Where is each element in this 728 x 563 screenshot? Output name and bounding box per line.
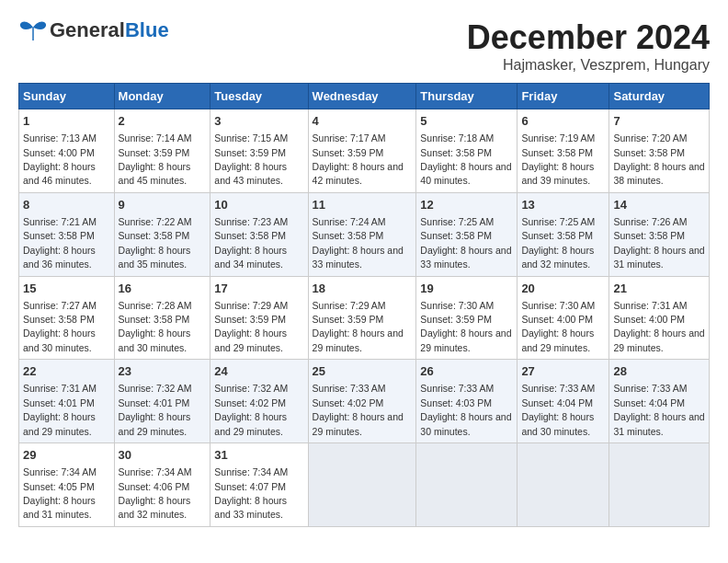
day-info: Sunrise: 7:30 AMSunset: 4:00 PMDaylight:…	[521, 300, 595, 353]
day-number: 1	[23, 113, 110, 130]
day-number: 13	[521, 197, 605, 213]
table-row: 26 Sunrise: 7:33 AMSunset: 4:03 PMDaylig…	[416, 360, 518, 443]
day-number: 29	[23, 447, 110, 464]
table-row: 7 Sunrise: 7:20 AMSunset: 3:58 PMDayligh…	[609, 109, 710, 193]
table-row: 13 Sunrise: 7:25 AMSunset: 3:58 PMDaylig…	[518, 192, 609, 276]
table-row: 14 Sunrise: 7:26 AMSunset: 3:58 PMDaylig…	[609, 192, 710, 276]
day-info: Sunrise: 7:34 AMSunset: 4:06 PMDaylight:…	[119, 466, 192, 520]
table-row	[518, 443, 609, 527]
table-row: 15 Sunrise: 7:27 AMSunset: 3:58 PMDaylig…	[19, 276, 115, 360]
table-row: 5 Sunrise: 7:18 AMSunset: 3:58 PMDayligh…	[416, 109, 518, 193]
table-row: 31 Sunrise: 7:34 AMSunset: 4:07 PMDaylig…	[210, 443, 308, 527]
day-info: Sunrise: 7:22 AMSunset: 3:58 PMDaylight:…	[119, 216, 192, 270]
day-info: Sunrise: 7:33 AMSunset: 4:04 PMDaylight:…	[613, 383, 704, 436]
calendar-header-row: Sunday Monday Tuesday Wednesday Thursday…	[19, 84, 710, 109]
day-number: 24	[214, 363, 303, 380]
day-info: Sunrise: 7:25 AMSunset: 3:58 PMDaylight:…	[521, 216, 595, 270]
day-number: 16	[119, 281, 207, 297]
table-row: 2 Sunrise: 7:14 AMSunset: 3:59 PMDayligh…	[114, 109, 210, 193]
day-info: Sunrise: 7:29 AMSunset: 3:59 PMDaylight:…	[214, 300, 288, 353]
logo-bird-icon	[18, 20, 48, 40]
day-info: Sunrise: 7:23 AMSunset: 3:58 PMDaylight:…	[214, 216, 288, 270]
table-row: 9 Sunrise: 7:22 AMSunset: 3:58 PMDayligh…	[114, 192, 210, 276]
header-sunday: Sunday	[19, 84, 115, 109]
day-info: Sunrise: 7:30 AMSunset: 3:59 PMDaylight:…	[420, 300, 511, 353]
day-info: Sunrise: 7:25 AMSunset: 3:58 PMDaylight:…	[420, 216, 511, 270]
title-section: December 2024 Hajmasker, Veszprem, Hunga…	[467, 18, 710, 74]
table-row: 22 Sunrise: 7:31 AMSunset: 4:01 PMDaylig…	[19, 360, 115, 443]
day-number: 8	[23, 197, 110, 213]
table-row: 25 Sunrise: 7:33 AMSunset: 4:02 PMDaylig…	[308, 360, 416, 443]
table-row: 19 Sunrise: 7:30 AMSunset: 3:59 PMDaylig…	[416, 276, 518, 360]
table-row: 4 Sunrise: 7:17 AMSunset: 3:59 PMDayligh…	[308, 109, 416, 193]
day-number: 3	[214, 113, 303, 130]
day-info: Sunrise: 7:32 AMSunset: 4:01 PMDaylight:…	[119, 383, 192, 436]
day-number: 21	[613, 281, 705, 297]
day-number: 5	[420, 113, 513, 130]
table-row: 8 Sunrise: 7:21 AMSunset: 3:58 PMDayligh…	[19, 192, 115, 276]
day-info: Sunrise: 7:17 AMSunset: 3:59 PMDaylight:…	[313, 132, 404, 186]
day-info: Sunrise: 7:15 AMSunset: 3:59 PMDaylight:…	[214, 132, 288, 186]
day-info: Sunrise: 7:33 AMSunset: 4:04 PMDaylight:…	[521, 383, 595, 436]
table-row	[308, 443, 416, 527]
table-row	[609, 443, 710, 527]
table-row: 27 Sunrise: 7:33 AMSunset: 4:04 PMDaylig…	[518, 360, 609, 443]
table-row: 16 Sunrise: 7:28 AMSunset: 3:58 PMDaylig…	[114, 276, 210, 360]
day-number: 31	[214, 447, 303, 464]
header-tuesday: Tuesday	[210, 84, 308, 109]
day-number: 4	[313, 113, 413, 130]
header-wednesday: Wednesday	[308, 84, 416, 109]
day-info: Sunrise: 7:31 AMSunset: 4:01 PMDaylight:…	[23, 383, 97, 436]
table-row: 6 Sunrise: 7:19 AMSunset: 3:58 PMDayligh…	[518, 109, 609, 193]
day-info: Sunrise: 7:33 AMSunset: 4:03 PMDaylight:…	[420, 383, 511, 436]
table-row: 10 Sunrise: 7:23 AMSunset: 3:58 PMDaylig…	[210, 192, 308, 276]
page-subtitle: Hajmasker, Veszprem, Hungary	[467, 57, 710, 74]
day-number: 14	[613, 197, 705, 213]
day-number: 27	[521, 363, 605, 380]
day-number: 20	[521, 281, 605, 297]
day-number: 7	[613, 113, 705, 130]
day-info: Sunrise: 7:34 AMSunset: 4:07 PMDaylight:…	[214, 466, 288, 520]
day-info: Sunrise: 7:20 AMSunset: 3:58 PMDaylight:…	[613, 132, 704, 186]
day-info: Sunrise: 7:34 AMSunset: 4:05 PMDaylight:…	[23, 466, 97, 520]
calendar-week-row: 15 Sunrise: 7:27 AMSunset: 3:58 PMDaylig…	[19, 276, 710, 360]
day-number: 10	[214, 197, 303, 213]
table-row: 29 Sunrise: 7:34 AMSunset: 4:05 PMDaylig…	[19, 443, 115, 527]
logo: GeneralBlue	[18, 18, 169, 42]
day-number: 19	[420, 281, 513, 297]
header-saturday: Saturday	[609, 84, 710, 109]
calendar-table: Sunday Monday Tuesday Wednesday Thursday…	[18, 83, 710, 527]
table-row: 1 Sunrise: 7:13 AMSunset: 4:00 PMDayligh…	[19, 109, 115, 193]
day-number: 11	[313, 197, 413, 213]
day-info: Sunrise: 7:19 AMSunset: 3:58 PMDaylight:…	[521, 132, 595, 186]
day-info: Sunrise: 7:26 AMSunset: 3:58 PMDaylight:…	[613, 216, 704, 270]
day-number: 23	[119, 363, 207, 380]
calendar-week-row: 1 Sunrise: 7:13 AMSunset: 4:00 PMDayligh…	[19, 109, 710, 193]
day-number: 12	[420, 197, 513, 213]
day-info: Sunrise: 7:32 AMSunset: 4:02 PMDaylight:…	[214, 383, 288, 436]
table-row: 3 Sunrise: 7:15 AMSunset: 3:59 PMDayligh…	[210, 109, 308, 193]
table-row	[416, 443, 518, 527]
calendar-week-row: 29 Sunrise: 7:34 AMSunset: 4:05 PMDaylig…	[19, 443, 710, 527]
table-row: 12 Sunrise: 7:25 AMSunset: 3:58 PMDaylig…	[416, 192, 518, 276]
table-row: 18 Sunrise: 7:29 AMSunset: 3:59 PMDaylig…	[308, 276, 416, 360]
day-info: Sunrise: 7:14 AMSunset: 3:59 PMDaylight:…	[119, 132, 192, 186]
day-number: 15	[23, 281, 110, 297]
day-number: 25	[313, 363, 413, 380]
day-info: Sunrise: 7:29 AMSunset: 3:59 PMDaylight:…	[313, 300, 404, 353]
day-info: Sunrise: 7:21 AMSunset: 3:58 PMDaylight:…	[23, 216, 97, 270]
day-info: Sunrise: 7:27 AMSunset: 3:58 PMDaylight:…	[23, 300, 97, 353]
header-thursday: Thursday	[416, 84, 518, 109]
day-info: Sunrise: 7:33 AMSunset: 4:02 PMDaylight:…	[313, 383, 404, 436]
table-row: 21 Sunrise: 7:31 AMSunset: 4:00 PMDaylig…	[609, 276, 710, 360]
table-row: 24 Sunrise: 7:32 AMSunset: 4:02 PMDaylig…	[210, 360, 308, 443]
table-row: 20 Sunrise: 7:30 AMSunset: 4:00 PMDaylig…	[518, 276, 609, 360]
day-number: 22	[23, 363, 110, 380]
header-friday: Friday	[518, 84, 609, 109]
day-number: 18	[313, 281, 413, 297]
day-number: 17	[214, 281, 303, 297]
table-row: 23 Sunrise: 7:32 AMSunset: 4:01 PMDaylig…	[114, 360, 210, 443]
page-header: GeneralBlue December 2024 Hajmasker, Ves…	[18, 18, 710, 74]
day-info: Sunrise: 7:18 AMSunset: 3:58 PMDaylight:…	[420, 132, 511, 186]
table-row: 30 Sunrise: 7:34 AMSunset: 4:06 PMDaylig…	[114, 443, 210, 527]
